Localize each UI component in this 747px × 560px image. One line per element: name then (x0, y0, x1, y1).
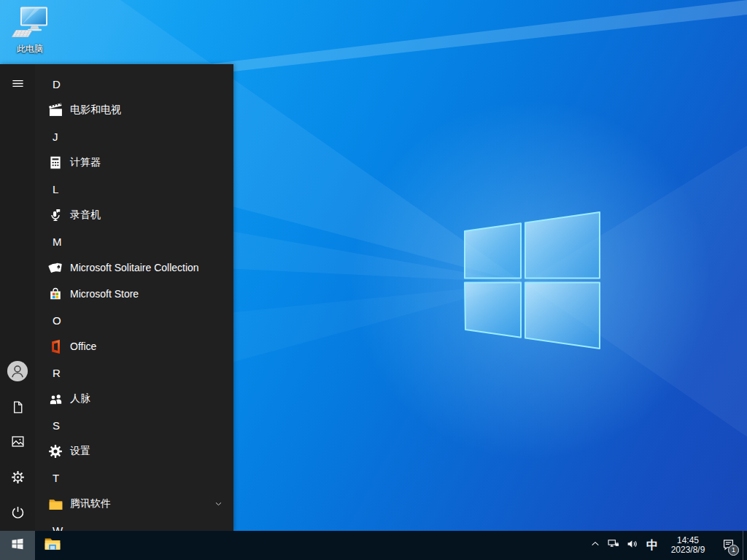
app-label: 人脉 (70, 392, 90, 405)
notification-badge: 1 (728, 545, 739, 556)
app-item[interactable]: 计算器 (35, 149, 233, 176)
gear-outline-icon (10, 470, 26, 488)
user-avatar-icon (7, 360, 28, 385)
document-icon (10, 400, 26, 418)
office-icon (47, 338, 64, 355)
system-tray: 中 14:45 2023/8/9 1 (587, 531, 747, 560)
app-section-O[interactable]: O (35, 307, 233, 333)
chevron-down-icon (214, 499, 223, 509)
section-letter: W (35, 524, 63, 532)
tray-overflow-button[interactable] (587, 531, 604, 560)
section-letter: J (35, 131, 58, 143)
rail-button-power[interactable] (0, 496, 35, 531)
app-item[interactable]: Office (35, 333, 233, 359)
desktop-icon-label: 此电脑 (7, 43, 53, 55)
taskbar-file-explorer-button[interactable] (35, 531, 70, 560)
app-label: Microsoft Solitaire Collection (70, 262, 199, 273)
start-menu-rail (0, 64, 35, 531)
app-label: 腾讯软件 (70, 497, 111, 510)
rail-button-pictures[interactable] (0, 425, 35, 460)
start-button[interactable] (0, 531, 35, 560)
app-section-R[interactable]: R (35, 359, 233, 386)
windows-start-icon (10, 537, 25, 554)
app-label: 录音机 (70, 209, 101, 222)
action-center-button[interactable]: 1 (713, 531, 743, 560)
solitaire-icon (47, 259, 64, 276)
app-label: 计算器 (70, 156, 101, 169)
start-app-list: D电影和电视J计算器L录音机MMicrosoft Solitaire Colle… (35, 64, 233, 531)
this-pc-icon (11, 29, 49, 42)
volume-tray-button[interactable] (623, 531, 642, 560)
section-letter: M (35, 236, 62, 248)
store-icon (47, 285, 64, 303)
taskbar: 中 14:45 2023/8/9 1 (0, 531, 747, 560)
windows-logo-wallpaper (462, 210, 600, 356)
section-letter: R (35, 367, 61, 379)
app-item[interactable]: 电影和电视 (35, 97, 233, 123)
app-label: 设置 (70, 445, 90, 458)
rail-button-user-account[interactable] (0, 355, 35, 390)
app-label: 电影和电视 (70, 104, 121, 117)
app-section-W[interactable]: W (35, 517, 233, 531)
show-desktop-button[interactable] (743, 531, 747, 560)
app-label: Microsoft Store (70, 288, 139, 300)
rail-button-documents[interactable] (0, 391, 35, 426)
app-item[interactable]: 腾讯软件 (35, 491, 233, 517)
app-section-M[interactable]: M (35, 228, 233, 254)
hamburger-menu-button[interactable] (0, 67, 35, 102)
settings-gear-icon (47, 443, 64, 460)
taskbar-clock[interactable]: 14:45 2023/8/9 (662, 531, 713, 560)
section-letter: D (35, 78, 61, 90)
hamburger-icon (11, 77, 25, 93)
section-letter: L (35, 183, 58, 195)
people-icon (47, 390, 64, 408)
app-section-S[interactable]: S (35, 412, 233, 438)
app-section-D[interactable]: D (35, 71, 233, 97)
app-section-J[interactable]: J (35, 123, 233, 149)
ime-indicator[interactable]: 中 (642, 531, 662, 560)
clock-date: 2023/8/9 (671, 545, 705, 555)
power-icon (10, 505, 26, 523)
chevron-up-icon (589, 538, 601, 553)
file-explorer-icon (43, 534, 62, 556)
app-label: Office (70, 341, 96, 352)
section-letter: T (35, 472, 59, 484)
app-item[interactable]: 人脉 (35, 386, 233, 412)
calculator-icon (47, 154, 64, 171)
app-item[interactable]: Microsoft Store (35, 281, 233, 307)
pictures-icon (10, 434, 26, 452)
app-section-T[interactable]: T (35, 464, 233, 491)
network-tray-button[interactable] (604, 531, 623, 560)
section-letter: O (35, 314, 61, 327)
volume-icon (626, 537, 639, 553)
network-icon (607, 537, 620, 553)
desktop: 此电脑 D电影和电视J计算器L录音机MMicrosoft Solitaire C… (0, 0, 747, 560)
rail-button-settings[interactable] (0, 461, 35, 496)
app-item[interactable]: Microsoft Solitaire Collection (35, 254, 233, 281)
ime-label: 中 (646, 538, 658, 553)
desktop-icon-this-pc[interactable]: 此电脑 (7, 6, 53, 55)
voice-recorder-icon (47, 206, 64, 224)
app-item[interactable]: 录音机 (35, 202, 233, 228)
app-section-L[interactable]: L (35, 176, 233, 202)
movies-tv-icon (47, 101, 64, 119)
start-menu: D电影和电视J计算器L录音机MMicrosoft Solitaire Colle… (0, 64, 233, 531)
folder-icon (47, 495, 64, 513)
app-item[interactable]: 设置 (35, 438, 233, 464)
section-letter: S (35, 419, 60, 432)
